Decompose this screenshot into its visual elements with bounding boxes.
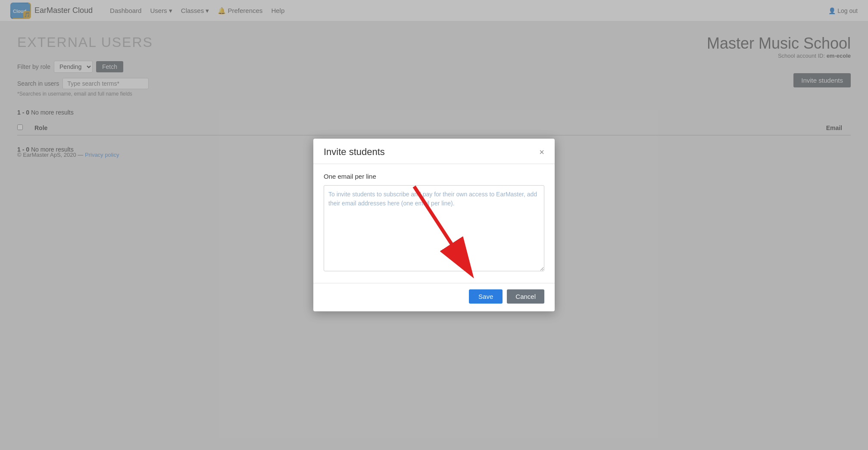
modal-footer: Save Cancel [313, 283, 555, 311]
modal-header: Invite students × [313, 139, 555, 164]
modal-overlay: Invite students × One email per line [0, 0, 868, 450]
modal-body: One email per line [313, 164, 555, 277]
invite-students-modal: Invite students × One email per line [313, 139, 555, 311]
cancel-button[interactable]: Cancel [507, 289, 544, 304]
modal-instruction: One email per line [324, 173, 544, 180]
email-addresses-textarea[interactable] [324, 185, 544, 271]
modal-close-button[interactable]: × [539, 148, 544, 156]
modal-title: Invite students [324, 146, 385, 158]
save-button[interactable]: Save [469, 289, 503, 304]
